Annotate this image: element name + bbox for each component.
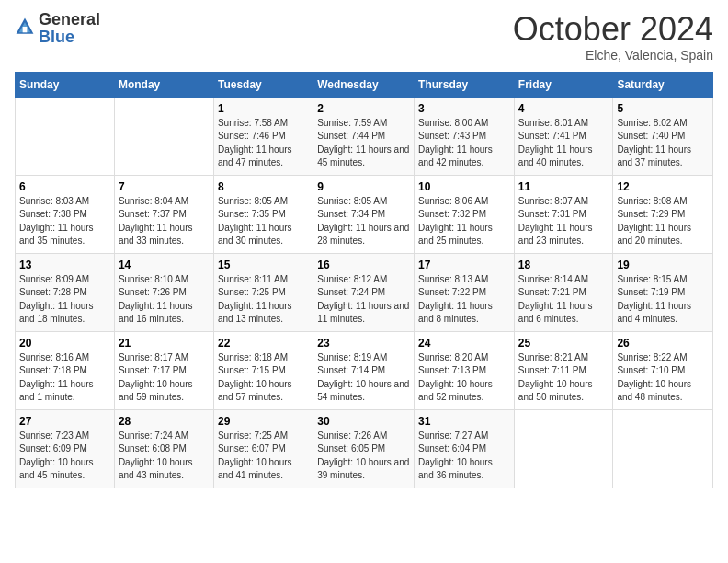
day-info: Sunrise: 8:02 AMSunset: 7:40 PMDaylight:… [617, 117, 709, 170]
week-row-1: 1Sunrise: 7:58 AMSunset: 7:46 PMDaylight… [16, 97, 713, 175]
day-number: 13 [19, 259, 110, 271]
day-cell [514, 409, 613, 488]
day-info: Sunrise: 8:22 AMSunset: 7:10 PMDaylight:… [617, 351, 709, 405]
day-cell: 20Sunrise: 8:16 AMSunset: 7:18 PMDayligh… [16, 331, 115, 409]
day-number: 16 [317, 259, 410, 271]
day-cell: 19Sunrise: 8:15 AMSunset: 7:19 PMDayligh… [613, 253, 713, 331]
col-header-saturday: Saturday [613, 72, 713, 97]
day-number: 26 [617, 337, 709, 350]
day-number: 29 [218, 415, 309, 428]
week-row-5: 27Sunrise: 7:23 AMSunset: 6:09 PMDayligh… [16, 409, 713, 488]
day-number: 30 [317, 415, 410, 428]
day-number: 6 [19, 180, 110, 193]
day-number: 20 [19, 337, 110, 350]
day-number: 25 [518, 337, 609, 350]
day-cell: 9Sunrise: 8:05 AMSunset: 7:34 PMDaylight… [313, 175, 415, 253]
col-header-monday: Monday [114, 72, 213, 97]
day-info: Sunrise: 8:10 AMSunset: 7:26 PMDaylight:… [119, 273, 210, 327]
day-cell: 1Sunrise: 7:58 AMSunset: 7:46 PMDaylight… [213, 97, 313, 175]
day-info: Sunrise: 8:11 AMSunset: 7:25 PMDaylight:… [218, 273, 309, 327]
day-cell: 13Sunrise: 8:09 AMSunset: 7:28 PMDayligh… [16, 253, 115, 331]
day-number: 28 [119, 415, 210, 428]
day-cell: 10Sunrise: 8:06 AMSunset: 7:32 PMDayligh… [415, 175, 515, 253]
day-info: Sunrise: 7:24 AMSunset: 6:08 PMDaylight:… [119, 430, 210, 483]
day-cell: 28Sunrise: 7:24 AMSunset: 6:08 PMDayligh… [114, 409, 213, 488]
day-info: Sunrise: 8:09 AMSunset: 7:28 PMDaylight:… [19, 273, 110, 327]
day-cell: 15Sunrise: 8:11 AMSunset: 7:25 PMDayligh… [213, 253, 313, 331]
day-cell: 23Sunrise: 8:19 AMSunset: 7:14 PMDayligh… [313, 331, 415, 409]
day-cell: 8Sunrise: 8:05 AMSunset: 7:35 PMDaylight… [213, 175, 313, 253]
day-cell: 25Sunrise: 8:21 AMSunset: 7:11 PMDayligh… [514, 331, 613, 409]
day-info: Sunrise: 8:16 AMSunset: 7:18 PMDaylight:… [19, 351, 110, 405]
day-cell: 24Sunrise: 8:20 AMSunset: 7:13 PMDayligh… [415, 331, 515, 409]
day-number: 11 [518, 180, 609, 193]
day-info: Sunrise: 8:21 AMSunset: 7:11 PMDaylight:… [518, 351, 609, 405]
header: General Blue October 2024 Elche, Valenci… [15, 11, 713, 63]
day-number: 9 [317, 180, 410, 193]
day-cell: 14Sunrise: 8:10 AMSunset: 7:26 PMDayligh… [114, 253, 213, 331]
day-number: 7 [119, 180, 210, 193]
day-number: 3 [418, 102, 510, 115]
day-cell: 29Sunrise: 7:25 AMSunset: 6:07 PMDayligh… [213, 409, 313, 488]
day-cell: 12Sunrise: 8:08 AMSunset: 7:29 PMDayligh… [613, 175, 713, 253]
day-cell: 6Sunrise: 8:03 AMSunset: 7:38 PMDaylight… [16, 175, 115, 253]
day-cell: 11Sunrise: 8:07 AMSunset: 7:31 PMDayligh… [514, 175, 613, 253]
day-info: Sunrise: 8:08 AMSunset: 7:29 PMDaylight:… [617, 195, 709, 248]
day-cell [613, 409, 713, 488]
day-cell: 7Sunrise: 8:04 AMSunset: 7:37 PMDaylight… [114, 175, 213, 253]
col-header-wednesday: Wednesday [313, 72, 415, 97]
day-number: 24 [418, 337, 510, 350]
day-number: 17 [418, 259, 510, 271]
logo: General Blue [15, 11, 100, 46]
day-info: Sunrise: 8:04 AMSunset: 7:37 PMDaylight:… [119, 195, 210, 248]
day-number: 22 [218, 337, 309, 350]
day-number: 19 [617, 259, 709, 271]
day-number: 10 [418, 180, 510, 193]
week-row-3: 13Sunrise: 8:09 AMSunset: 7:28 PMDayligh… [16, 253, 713, 331]
day-cell: 2Sunrise: 7:59 AMSunset: 7:44 PMDaylight… [313, 97, 415, 175]
day-cell [16, 97, 115, 175]
day-info: Sunrise: 8:19 AMSunset: 7:14 PMDaylight:… [317, 351, 410, 405]
day-info: Sunrise: 7:27 AMSunset: 6:04 PMDaylight:… [418, 430, 510, 483]
day-number: 21 [119, 337, 210, 350]
title-month: October 2024 [513, 11, 713, 48]
day-cell: 3Sunrise: 8:00 AMSunset: 7:43 PMDaylight… [415, 97, 515, 175]
day-info: Sunrise: 7:59 AMSunset: 7:44 PMDaylight:… [317, 117, 410, 170]
day-number: 23 [317, 337, 410, 350]
week-row-2: 6Sunrise: 8:03 AMSunset: 7:38 PMDaylight… [16, 175, 713, 253]
day-cell [114, 97, 213, 175]
col-header-thursday: Thursday [415, 72, 515, 97]
day-info: Sunrise: 8:18 AMSunset: 7:15 PMDaylight:… [218, 351, 309, 405]
day-number: 18 [518, 259, 609, 271]
title-block: October 2024 Elche, Valencia, Spain [513, 11, 713, 63]
day-info: Sunrise: 8:15 AMSunset: 7:19 PMDaylight:… [617, 273, 709, 327]
day-cell: 30Sunrise: 7:26 AMSunset: 6:05 PMDayligh… [313, 409, 415, 488]
page: General Blue October 2024 Elche, Valenci… [0, 0, 728, 563]
day-info: Sunrise: 8:01 AMSunset: 7:41 PMDaylight:… [518, 117, 609, 170]
day-info: Sunrise: 8:20 AMSunset: 7:13 PMDaylight:… [418, 351, 510, 405]
title-location: Elche, Valencia, Spain [513, 48, 713, 63]
day-number: 8 [218, 180, 309, 193]
logo-icon [15, 17, 35, 37]
logo-blue: Blue [39, 28, 74, 46]
day-info: Sunrise: 8:05 AMSunset: 7:34 PMDaylight:… [317, 195, 410, 248]
col-header-friday: Friday [514, 72, 613, 97]
calendar-header-row: SundayMondayTuesdayWednesdayThursdayFrid… [16, 72, 713, 97]
day-cell: 16Sunrise: 8:12 AMSunset: 7:24 PMDayligh… [313, 253, 415, 331]
svg-rect-2 [23, 27, 28, 32]
day-cell: 18Sunrise: 8:14 AMSunset: 7:21 PMDayligh… [514, 253, 613, 331]
day-info: Sunrise: 8:13 AMSunset: 7:22 PMDaylight:… [418, 273, 510, 327]
day-cell: 21Sunrise: 8:17 AMSunset: 7:17 PMDayligh… [114, 331, 213, 409]
day-info: Sunrise: 7:23 AMSunset: 6:09 PMDaylight:… [19, 430, 110, 483]
day-info: Sunrise: 7:58 AMSunset: 7:46 PMDaylight:… [218, 117, 309, 170]
day-number: 14 [119, 259, 210, 271]
day-cell: 22Sunrise: 8:18 AMSunset: 7:15 PMDayligh… [213, 331, 313, 409]
day-info: Sunrise: 8:14 AMSunset: 7:21 PMDaylight:… [518, 273, 609, 327]
day-cell: 17Sunrise: 8:13 AMSunset: 7:22 PMDayligh… [415, 253, 515, 331]
day-number: 12 [617, 180, 709, 193]
day-info: Sunrise: 8:03 AMSunset: 7:38 PMDaylight:… [19, 195, 110, 248]
day-number: 2 [317, 102, 410, 115]
day-number: 5 [617, 102, 709, 115]
day-info: Sunrise: 8:17 AMSunset: 7:17 PMDaylight:… [119, 351, 210, 405]
day-info: Sunrise: 7:26 AMSunset: 6:05 PMDaylight:… [317, 430, 410, 483]
